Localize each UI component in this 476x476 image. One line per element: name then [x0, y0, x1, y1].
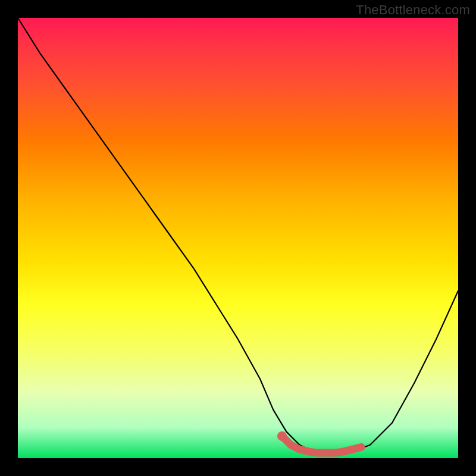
chart-svg [18, 18, 458, 458]
bottleneck-curve-line [18, 18, 458, 454]
highlight-marker-dot [277, 431, 287, 441]
watermark-text: TheBottleneck.com [356, 2, 470, 18]
chart-plot-area [18, 18, 458, 458]
